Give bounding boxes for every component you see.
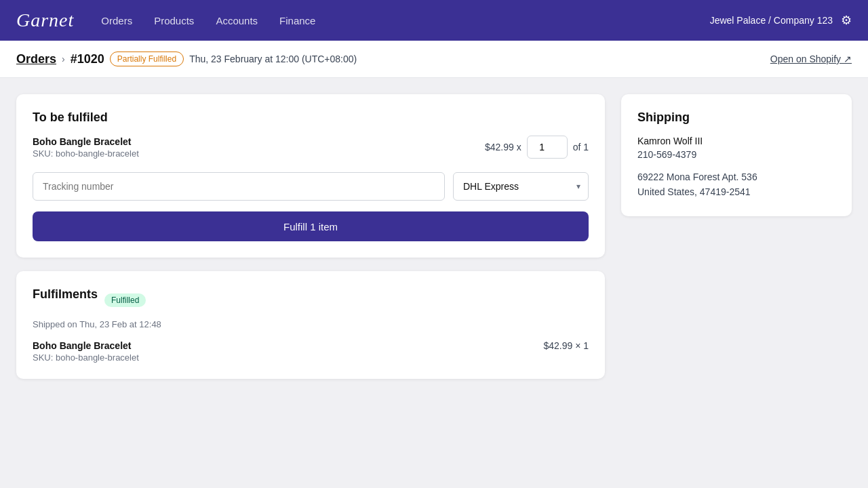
nav-orders[interactable]: Orders [101,15,132,26]
nav-links: Orders Products Accounts Finance [101,15,315,26]
carrier-wrapper: DHL Express FedEx UPS USPS Other ▾ [453,172,589,201]
order-number: #1020 [71,52,104,66]
fulfilment-price: $42.99 × 1 [543,340,589,351]
fulfilment-product-sku: SKU: boho-bangle-bracelet [33,352,543,363]
fulfilment-product-row: Boho Bangle Bracelet SKU: boho-bangle-br… [33,340,589,363]
nav-accounts[interactable]: Accounts [216,15,258,26]
left-column: To be fulfiled Boho Bangle Bracelet SKU:… [16,94,605,379]
breadcrumb-chevron-icon: › [62,54,65,64]
navbar-right: Jewel Palace / Company 123 ⚙ [710,13,852,28]
breadcrumb-left: Orders › #1020 Partially Fulfilled Thu, … [16,52,357,66]
breadcrumb-orders-link[interactable]: Orders [16,52,56,66]
fulfilled-badge: Fulfilled [104,293,146,307]
quantity-input[interactable] [527,136,568,159]
fulfilments-card: Fulfilments Fulfilled Shipped on Thu, 23… [16,271,605,379]
breadcrumb-bar: Orders › #1020 Partially Fulfilled Thu, … [0,41,868,78]
to-be-fulfilled-title: To be fulfiled [33,110,589,125]
open-shopify-link[interactable]: Open on Shopify ↗ [770,54,852,64]
logo: Garnet [16,9,74,31]
fulfilment-product-info: Boho Bangle Bracelet SKU: boho-bangle-br… [33,340,543,363]
fulfilments-title-row: Fulfilments Fulfilled [33,287,589,312]
shipping-phone: 210-569-4379 [637,149,835,160]
shipping-address: 69222 Mona Forest Apt. 536 United States… [637,169,835,200]
product-name: Boho Bangle Bracelet [33,136,485,147]
right-column: Shipping Kamron Wolf III 210-569-4379 69… [621,94,852,379]
product-info: Boho Bangle Bracelet SKU: boho-bangle-br… [33,136,485,159]
navbar-left: Garnet Orders Products Accounts Finance [16,9,315,31]
nav-finance[interactable]: Finance [279,15,315,26]
shipping-address-line1: 69222 Mona Forest Apt. 536 [637,169,835,184]
navbar: Garnet Orders Products Accounts Finance … [0,0,868,41]
shipped-date: Shipped on Thu, 23 Feb at 12:48 [33,319,589,329]
quantity-row: $42.99 x of 1 [485,136,589,159]
tracking-carrier-row: DHL Express FedEx UPS USPS Other ▾ [33,172,589,201]
status-badge: Partially Fulfilled [110,52,184,66]
carrier-select[interactable]: DHL Express FedEx UPS USPS Other [453,172,589,201]
tracking-input[interactable] [33,172,445,201]
company-name: Jewel Palace / Company 123 [710,15,833,26]
shipping-name: Kamron Wolf III [637,136,835,146]
to-be-fulfilled-card: To be fulfiled Boho Bangle Bracelet SKU:… [16,94,605,258]
order-date: Thu, 23 February at 12:00 (UTC+08:00) [189,54,357,64]
shipping-card: Shipping Kamron Wolf III 210-569-4379 69… [621,94,852,216]
product-sku: SKU: boho-bangle-bracelet [33,148,485,159]
main-content: To be fulfiled Boho Bangle Bracelet SKU:… [0,78,868,395]
product-row: Boho Bangle Bracelet SKU: boho-bangle-br… [33,136,589,159]
fulfill-button[interactable]: Fulfill 1 item [33,211,589,241]
price-label: $42.99 x [485,142,521,152]
gear-icon[interactable]: ⚙ [841,13,852,28]
shipping-title: Shipping [637,110,835,125]
fulfilment-product-name: Boho Bangle Bracelet [33,340,543,351]
nav-products[interactable]: Products [154,15,194,26]
of-total-label: of 1 [573,142,589,152]
fulfilments-title: Fulfilments [33,287,98,302]
shipping-address-line2: United States, 47419-2541 [637,184,835,199]
